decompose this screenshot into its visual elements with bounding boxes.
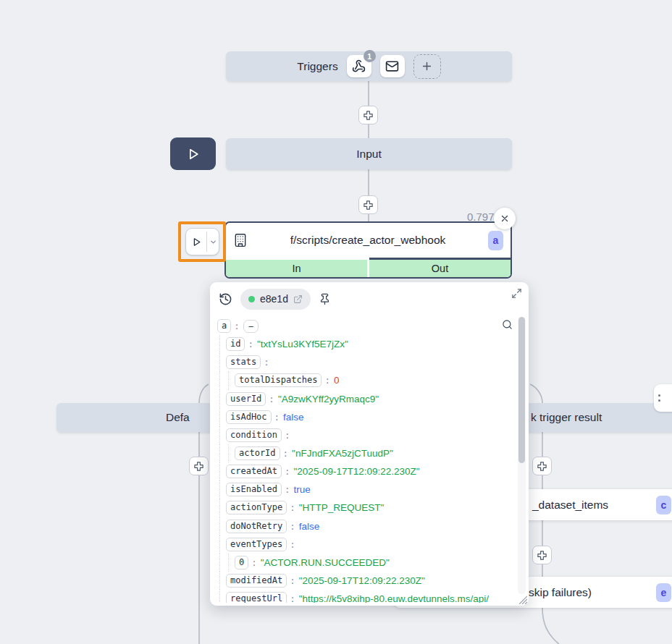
building-icon xyxy=(233,233,248,247)
json-key[interactable]: stats xyxy=(226,355,261,369)
skip-failures-label: skip failures) xyxy=(529,586,592,599)
indent-guide xyxy=(228,554,235,572)
insert-step-button[interactable] xyxy=(189,457,209,475)
history-icon[interactable] xyxy=(219,292,232,306)
insert-step-button[interactable] xyxy=(358,195,378,214)
run-id-pill[interactable]: e8e1d xyxy=(240,289,311,310)
resize-handle[interactable] xyxy=(518,595,527,604)
indent-guide xyxy=(219,462,226,480)
json-value: "ACTOR.RUN.SUCCEEDED" xyxy=(261,557,390,568)
json-colon: : xyxy=(269,394,274,404)
node-action-button[interactable] xyxy=(654,384,672,412)
insert-step-button[interactable] xyxy=(358,106,378,124)
input-node[interactable]: Input xyxy=(226,138,512,169)
step-id-badge: a xyxy=(488,231,503,250)
run-options-button[interactable] xyxy=(207,229,219,255)
insert-step-button[interactable] xyxy=(532,457,552,475)
add-trigger-button[interactable] xyxy=(413,54,441,79)
triggers-node[interactable]: Triggers 1 xyxy=(226,51,512,81)
json-row: isEnabled:true xyxy=(217,480,507,499)
indent-guide xyxy=(219,335,226,353)
popup-scrollbar[interactable] xyxy=(518,317,526,594)
triggers-label: Triggers xyxy=(297,60,337,73)
indent-guide xyxy=(219,426,226,444)
json-key[interactable]: isAdHoc xyxy=(226,410,272,424)
tab-out[interactable]: Out xyxy=(369,258,511,277)
json-value: false xyxy=(299,521,320,532)
play-icon xyxy=(191,237,202,247)
json-value: "A9zwKYff2yyRmaqc9" xyxy=(278,394,379,404)
run-step-button[interactable] xyxy=(186,229,206,255)
json-colon: : xyxy=(234,321,240,331)
input-label: Input xyxy=(356,148,381,161)
indent-guide xyxy=(219,499,226,517)
json-row: createdAt:"2025-09-17T12:09:22.230Z" xyxy=(217,462,507,480)
json-row: userId:"A9zwKYff2yyRmaqc9" xyxy=(217,390,507,408)
json-row: stats: xyxy=(217,353,507,371)
json-colon: : xyxy=(324,375,330,386)
json-key[interactable]: userId xyxy=(226,392,266,406)
json-key[interactable]: 0 xyxy=(235,556,248,569)
pin-icon[interactable] xyxy=(319,293,331,305)
indent-guide xyxy=(219,535,226,554)
json-key[interactable]: a xyxy=(217,319,231,333)
json-key[interactable]: createdAt xyxy=(226,465,282,478)
json-colon: : xyxy=(290,502,295,513)
webhook-count-badge: 1 xyxy=(364,50,376,62)
json-key[interactable]: requestUrl xyxy=(226,592,287,603)
run-id: e8e1d xyxy=(260,293,288,305)
close-result-button[interactable] xyxy=(494,208,516,229)
dataset-items-label: _dataset_items xyxy=(532,499,608,512)
indent-guide xyxy=(219,590,226,603)
dot xyxy=(658,394,660,397)
play-icon xyxy=(186,147,201,161)
webhook-trigger-button[interactable]: 1 xyxy=(347,55,371,77)
close-icon xyxy=(500,213,510,224)
json-row: actorId:"nFJndFXA5zjCTuudP" xyxy=(217,444,507,462)
result-popup[interactable]: e8e1d a:−id:"txtYsLu3KYf5E7jZx"stats:tot… xyxy=(210,282,529,606)
branch-left-label: Defa xyxy=(166,411,190,424)
json-key[interactable]: actionType xyxy=(226,501,287,514)
indent-guide xyxy=(219,390,226,408)
json-row: modifiedAt:"2025-09-17T12:09:22.230Z" xyxy=(217,572,507,590)
json-key[interactable]: eventTypes xyxy=(226,538,287,551)
run-flow-button[interactable] xyxy=(170,137,216,170)
insert-plus-icon xyxy=(363,200,374,211)
json-colon: : xyxy=(285,484,290,495)
json-colon: : xyxy=(290,593,295,603)
insert-plus-icon xyxy=(537,461,547,472)
json-row: a:− xyxy=(217,317,507,335)
result-popup-header: e8e1d xyxy=(210,282,529,315)
json-key[interactable]: isEnabled xyxy=(226,483,282,496)
json-value: false xyxy=(283,412,304,423)
expand-popup-button[interactable] xyxy=(511,288,522,302)
tab-in[interactable]: In xyxy=(226,260,367,277)
script-node[interactable]: f/scripts/create_actor_webhook a In Out xyxy=(224,221,512,279)
email-trigger-button[interactable] xyxy=(380,55,405,77)
json-key[interactable]: actorId xyxy=(235,446,280,460)
json-key[interactable]: id xyxy=(226,337,245,351)
run-step-split-button[interactable] xyxy=(185,228,219,255)
json-row: requestUrl:"https://k5v8xihp-80.euw.devt… xyxy=(217,590,507,603)
popup-scrollbar-thumb[interactable] xyxy=(518,317,525,463)
json-value: "nFJndFXA5zjCTuudP" xyxy=(292,448,393,459)
flow-canvas[interactable]: Triggers 1 xyxy=(0,0,672,644)
mail-icon xyxy=(385,59,399,73)
json-key[interactable]: doNotRetry xyxy=(226,520,287,533)
collapse-toggle[interactable]: − xyxy=(243,320,259,333)
indent-guide xyxy=(219,408,226,426)
plus-icon xyxy=(421,60,433,72)
json-value: "txtYsLu3KYf5E7jZx" xyxy=(257,339,348,349)
json-key[interactable]: modifiedAt xyxy=(226,574,287,588)
json-value: "2025-09-17T12:09:22.230Z" xyxy=(299,575,425,586)
json-key[interactable]: totalDispatches xyxy=(235,373,322,387)
indent-guide xyxy=(219,444,226,462)
external-link-icon[interactable] xyxy=(293,295,303,304)
json-row: actionType:"HTTP_REQUEST" xyxy=(217,499,507,517)
json-value: "HTTP_REQUEST" xyxy=(299,502,385,513)
step-id-badge: c xyxy=(656,496,671,514)
json-key[interactable]: condition xyxy=(226,428,282,442)
insert-step-button[interactable] xyxy=(532,546,552,564)
json-colon: : xyxy=(290,521,295,532)
json-colon: : xyxy=(248,339,253,349)
